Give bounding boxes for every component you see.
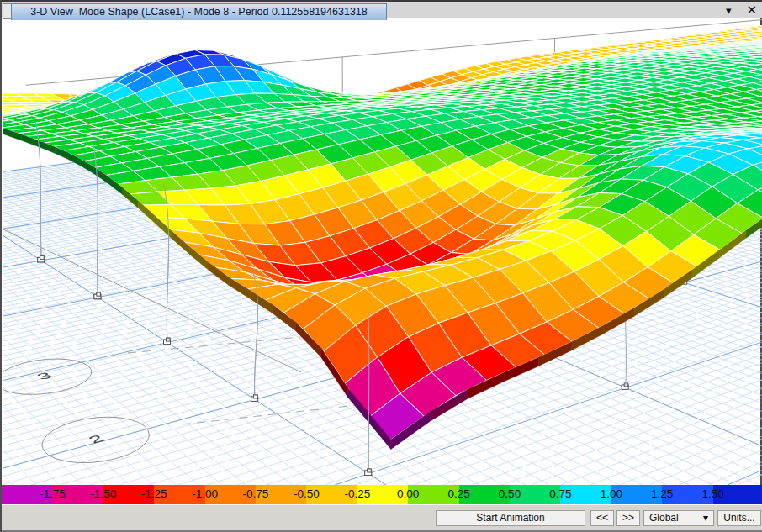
svg-text:2: 2 [85,433,108,445]
